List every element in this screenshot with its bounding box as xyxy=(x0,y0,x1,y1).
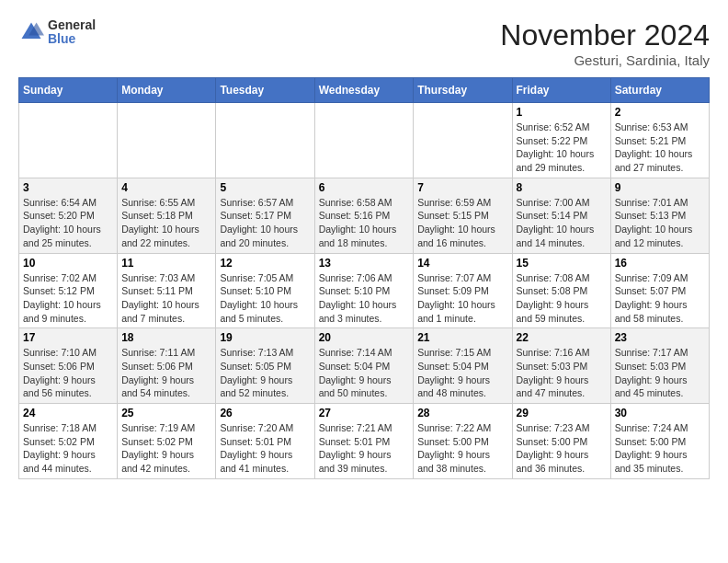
calendar-table: SundayMondayTuesdayWednesdayThursdayFrid… xyxy=(18,77,710,479)
day-number: 21 xyxy=(417,331,507,344)
calendar-cell: 8Sunrise: 7:00 AMSunset: 5:14 PMDaylight… xyxy=(512,178,610,253)
day-number: 5 xyxy=(220,181,310,194)
day-info: Sunrise: 7:06 AMSunset: 5:10 PMDaylight:… xyxy=(319,271,410,326)
weekday-header: Friday xyxy=(512,78,610,103)
day-number: 19 xyxy=(220,331,310,344)
day-info: Sunrise: 7:16 AMSunset: 5:03 PMDaylight:… xyxy=(517,346,607,400)
logo: General Blue xyxy=(18,18,96,47)
day-info: Sunrise: 7:18 AMSunset: 5:02 PMDaylight:… xyxy=(23,421,113,476)
day-number: 27 xyxy=(319,407,410,419)
calendar-cell: 12Sunrise: 7:05 AMSunset: 5:10 PMDayligh… xyxy=(216,253,314,328)
logo-general: General xyxy=(48,18,96,32)
day-info: Sunrise: 7:03 AMSunset: 5:11 PMDaylight:… xyxy=(121,271,211,326)
calendar-cell: 24Sunrise: 7:18 AMSunset: 5:02 PMDayligh… xyxy=(19,404,118,479)
calendar-cell: 21Sunrise: 7:15 AMSunset: 5:04 PMDayligh… xyxy=(414,328,512,404)
calendar-cell: 6Sunrise: 6:58 AMSunset: 5:16 PMDaylight… xyxy=(314,178,414,253)
calendar-cell: 14Sunrise: 7:07 AMSunset: 5:09 PMDayligh… xyxy=(414,253,512,328)
month-title: November 2024 xyxy=(500,18,710,52)
day-number: 6 xyxy=(319,181,410,194)
weekday-header-row: SundayMondayTuesdayWednesdayThursdayFrid… xyxy=(19,78,710,103)
day-info: Sunrise: 7:00 AMSunset: 5:14 PMDaylight:… xyxy=(517,196,607,250)
calendar-cell: 11Sunrise: 7:03 AMSunset: 5:11 PMDayligh… xyxy=(118,253,216,328)
day-number: 28 xyxy=(417,407,507,419)
weekday-header: Wednesday xyxy=(314,78,414,103)
calendar-cell xyxy=(314,103,414,178)
day-info: Sunrise: 6:53 AMSunset: 5:21 PMDaylight:… xyxy=(615,121,705,175)
day-info: Sunrise: 7:02 AMSunset: 5:12 PMDaylight:… xyxy=(23,271,113,326)
day-info: Sunrise: 6:57 AMSunset: 5:17 PMDaylight:… xyxy=(220,196,310,250)
day-number: 9 xyxy=(615,181,705,194)
weekday-header: Saturday xyxy=(610,78,709,103)
day-info: Sunrise: 7:20 AMSunset: 5:01 PMDaylight:… xyxy=(220,421,310,476)
day-number: 29 xyxy=(517,407,607,419)
day-info: Sunrise: 7:21 AMSunset: 5:01 PMDaylight:… xyxy=(319,421,410,476)
calendar-cell xyxy=(19,103,118,178)
day-number: 30 xyxy=(615,407,705,419)
logo-blue: Blue xyxy=(48,32,96,46)
calendar-cell: 2Sunrise: 6:53 AMSunset: 5:21 PMDaylight… xyxy=(610,103,709,178)
day-number: 11 xyxy=(121,257,211,270)
calendar-cell: 1Sunrise: 6:52 AMSunset: 5:22 PMDaylight… xyxy=(512,103,610,178)
day-number: 23 xyxy=(615,331,705,344)
day-info: Sunrise: 7:13 AMSunset: 5:05 PMDaylight:… xyxy=(220,346,310,400)
day-number: 26 xyxy=(220,407,310,419)
day-number: 4 xyxy=(121,181,211,194)
calendar-cell: 13Sunrise: 7:06 AMSunset: 5:10 PMDayligh… xyxy=(314,253,414,328)
calendar-week-row: 1Sunrise: 6:52 AMSunset: 5:22 PMDaylight… xyxy=(19,103,710,178)
calendar-cell: 23Sunrise: 7:17 AMSunset: 5:03 PMDayligh… xyxy=(610,328,709,404)
day-number: 13 xyxy=(319,257,410,270)
calendar-cell xyxy=(216,103,314,178)
day-info: Sunrise: 7:15 AMSunset: 5:04 PMDaylight:… xyxy=(417,346,507,400)
location: Gesturi, Sardinia, Italy xyxy=(500,52,710,68)
weekday-header: Thursday xyxy=(414,78,512,103)
day-info: Sunrise: 7:23 AMSunset: 5:00 PMDaylight:… xyxy=(517,421,607,476)
day-info: Sunrise: 7:22 AMSunset: 5:00 PMDaylight:… xyxy=(417,421,507,476)
page-header: General Blue November 2024 Gesturi, Sard… xyxy=(18,18,710,68)
day-number: 1 xyxy=(517,106,607,119)
title-block: November 2024 Gesturi, Sardinia, Italy xyxy=(500,18,710,68)
day-number: 8 xyxy=(517,181,607,194)
calendar-cell: 5Sunrise: 6:57 AMSunset: 5:17 PMDaylight… xyxy=(216,178,314,253)
day-number: 20 xyxy=(319,331,410,344)
calendar-cell: 7Sunrise: 6:59 AMSunset: 5:15 PMDaylight… xyxy=(414,178,512,253)
day-info: Sunrise: 7:19 AMSunset: 5:02 PMDaylight:… xyxy=(121,421,211,476)
day-info: Sunrise: 6:54 AMSunset: 5:20 PMDaylight:… xyxy=(23,196,113,250)
weekday-header: Sunday xyxy=(19,78,118,103)
calendar-cell: 16Sunrise: 7:09 AMSunset: 5:07 PMDayligh… xyxy=(610,253,709,328)
day-number: 24 xyxy=(23,407,113,419)
calendar-cell: 22Sunrise: 7:16 AMSunset: 5:03 PMDayligh… xyxy=(512,328,610,404)
calendar-cell: 27Sunrise: 7:21 AMSunset: 5:01 PMDayligh… xyxy=(314,404,414,479)
day-info: Sunrise: 6:55 AMSunset: 5:18 PMDaylight:… xyxy=(121,196,211,250)
day-number: 17 xyxy=(23,331,113,344)
day-info: Sunrise: 7:05 AMSunset: 5:10 PMDaylight:… xyxy=(220,271,310,326)
day-info: Sunrise: 6:58 AMSunset: 5:16 PMDaylight:… xyxy=(319,196,410,250)
calendar-cell: 29Sunrise: 7:23 AMSunset: 5:00 PMDayligh… xyxy=(512,404,610,479)
logo-text: General Blue xyxy=(48,18,96,47)
day-info: Sunrise: 7:07 AMSunset: 5:09 PMDaylight:… xyxy=(417,271,507,326)
day-info: Sunrise: 7:10 AMSunset: 5:06 PMDaylight:… xyxy=(23,346,113,400)
day-info: Sunrise: 7:01 AMSunset: 5:13 PMDaylight:… xyxy=(615,196,705,250)
weekday-header: Tuesday xyxy=(216,78,314,103)
calendar-cell: 17Sunrise: 7:10 AMSunset: 5:06 PMDayligh… xyxy=(19,328,118,404)
calendar-cell: 9Sunrise: 7:01 AMSunset: 5:13 PMDaylight… xyxy=(610,178,709,253)
day-number: 3 xyxy=(23,181,113,194)
day-info: Sunrise: 7:11 AMSunset: 5:06 PMDaylight:… xyxy=(121,346,211,400)
calendar-cell xyxy=(414,103,512,178)
calendar-cell: 30Sunrise: 7:24 AMSunset: 5:00 PMDayligh… xyxy=(610,404,709,479)
day-number: 12 xyxy=(220,257,310,270)
calendar-cell: 15Sunrise: 7:08 AMSunset: 5:08 PMDayligh… xyxy=(512,253,610,328)
day-info: Sunrise: 7:08 AMSunset: 5:08 PMDaylight:… xyxy=(517,271,607,326)
calendar-cell: 28Sunrise: 7:22 AMSunset: 5:00 PMDayligh… xyxy=(414,404,512,479)
calendar-cell xyxy=(118,103,216,178)
day-number: 15 xyxy=(517,257,607,270)
day-info: Sunrise: 7:24 AMSunset: 5:00 PMDaylight:… xyxy=(615,421,705,476)
calendar-cell: 10Sunrise: 7:02 AMSunset: 5:12 PMDayligh… xyxy=(19,253,118,328)
day-number: 7 xyxy=(417,181,507,194)
day-info: Sunrise: 7:17 AMSunset: 5:03 PMDaylight:… xyxy=(615,346,705,400)
day-number: 25 xyxy=(121,407,211,419)
day-info: Sunrise: 6:59 AMSunset: 5:15 PMDaylight:… xyxy=(417,196,507,250)
day-number: 18 xyxy=(121,331,211,344)
logo-icon xyxy=(18,19,44,45)
calendar-cell: 25Sunrise: 7:19 AMSunset: 5:02 PMDayligh… xyxy=(118,404,216,479)
calendar-cell: 26Sunrise: 7:20 AMSunset: 5:01 PMDayligh… xyxy=(216,404,314,479)
